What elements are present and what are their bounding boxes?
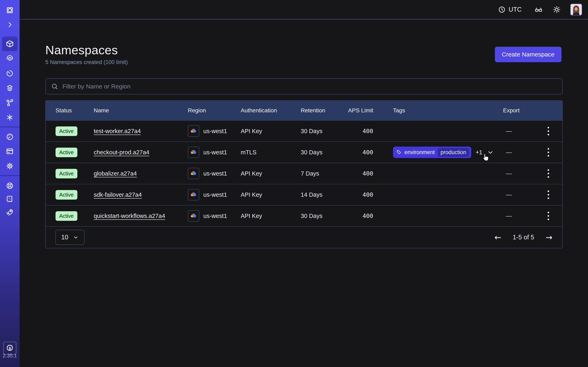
row-menu-kebab-icon[interactable] <box>544 189 553 200</box>
table-header-row: Status Name Region Authentication Retent… <box>46 101 562 120</box>
tag-pill[interactable]: environment production <box>393 147 471 158</box>
sidebar-item-settings-gear-icon[interactable] <box>0 159 20 173</box>
sidebar-item-insights-icon[interactable] <box>0 51 20 66</box>
filter-input[interactable] <box>62 83 557 90</box>
sidebar-item-deployments-layers-icon[interactable] <box>0 81 20 95</box>
region-label: us-west1 <box>203 213 227 219</box>
retention-cell: 30 Days <box>301 149 344 156</box>
app-version: 2.35.1 <box>0 353 20 359</box>
col-header-authentication: Authentication <box>241 107 301 114</box>
namespace-link[interactable]: sdk-failover.a27a4 <box>94 192 142 198</box>
sidebar-item-support-lifebuoy-icon[interactable] <box>0 178 20 193</box>
pagination: ← 1-5 of 5 → <box>494 233 553 242</box>
sidebar-item-nexus-branch-icon[interactable] <box>0 95 20 110</box>
tag-more-count: +1 <box>476 149 483 156</box>
sidebar-item-asterisk-icon[interactable] <box>0 110 20 125</box>
row-menu-kebab-icon[interactable] <box>544 147 553 158</box>
row-menu-kebab-icon[interactable] <box>544 210 553 222</box>
col-header-retention: Retention <box>301 107 344 114</box>
timezone-selector[interactable]: UTC <box>498 6 522 13</box>
retention-cell: 7 Days <box>301 170 344 177</box>
tag-icon <box>396 150 402 155</box>
sidebar-item-namespaces-cube-icon[interactable] <box>0 36 20 51</box>
sidebar: $ 2.35.1 <box>0 0 20 367</box>
temporal-logo[interactable] <box>0 3 20 17</box>
chevron-down-icon <box>73 234 79 240</box>
tag-value: production <box>438 148 469 157</box>
gcp-icon <box>188 189 199 200</box>
region-label: us-west1 <box>203 149 227 156</box>
retention-cell: 14 Days <box>301 192 344 198</box>
table-row: Active sdk-failover.a27a4 us-west1 API K… <box>46 184 562 205</box>
namespace-link[interactable]: checkout-prod.a27a4 <box>94 149 149 156</box>
clock-icon <box>498 6 506 13</box>
row-menu-kebab-icon[interactable] <box>544 125 553 137</box>
retention-cell: 30 Days <box>301 128 344 134</box>
aps-limit-cell: 400 <box>344 212 373 219</box>
table-row: Active checkout-prod.a27a4 us-west1 mTLS… <box>46 142 562 163</box>
sidebar-item-getting-started-rocket-icon[interactable] <box>0 205 20 220</box>
sidebar-item-retention-timer-icon[interactable] <box>0 66 20 81</box>
sidebar-expand-chevron-right-icon[interactable] <box>0 17 20 32</box>
status-badge: Active <box>56 190 77 200</box>
aps-limit-cell: 400 <box>344 170 373 177</box>
page-size-select[interactable]: 10 <box>56 230 85 245</box>
namespace-link[interactable]: test-worker.a27a4 <box>94 128 141 134</box>
status-badge: Active <box>56 148 77 157</box>
region-label: us-west1 <box>203 170 227 177</box>
namespace-link[interactable]: quickstart-workflows.a27a4 <box>94 213 165 219</box>
export-value: — <box>503 192 512 198</box>
sidebar-divider <box>0 127 20 127</box>
row-menu-kebab-icon[interactable] <box>544 168 553 179</box>
tags-cell: environment production +1 <box>393 147 503 158</box>
gcp-icon <box>188 210 199 222</box>
region-label: us-west1 <box>203 192 227 198</box>
table-row: Active quickstart-workflows.a27a4 us-wes… <box>46 205 562 226</box>
export-value: — <box>503 149 512 156</box>
table-footer: 10 ← 1-5 of 5 → <box>46 226 562 248</box>
pagination-range: 1-5 of 5 <box>513 234 534 241</box>
previous-page-arrow-left-icon[interactable]: ← <box>494 233 502 242</box>
status-badge: Active <box>56 211 77 221</box>
col-header-name: Name <box>94 107 188 114</box>
table-row: Active test-worker.a27a4 us-west1 API Ke… <box>46 120 562 142</box>
tags-expand-chevron-down-icon[interactable] <box>487 149 494 156</box>
aps-limit-cell: 400 <box>344 128 373 134</box>
sidebar-item-docs-book-sparkles-icon[interactable] <box>0 192 20 206</box>
tag-key: environment <box>405 149 435 156</box>
status-badge: Active <box>56 126 77 136</box>
region-label: us-west1 <box>203 128 227 134</box>
retention-cell: 30 Days <box>301 213 344 219</box>
auth-cell: API Key <box>241 213 301 219</box>
gcp-icon <box>188 125 199 137</box>
auth-cell: mTLS <box>241 149 301 156</box>
sidebar-item-usage-gauge-icon[interactable] <box>0 129 20 144</box>
page-subtitle: 5 Namespaces created (100 limit) <box>45 59 562 66</box>
create-namespace-button[interactable]: Create Namespace <box>495 47 562 62</box>
export-value: — <box>503 170 512 177</box>
next-page-arrow-right-icon[interactable]: → <box>545 233 553 242</box>
status-badge: Active <box>56 169 77 178</box>
table-row: Active globalizer.a27a4 us-west1 API Key… <box>46 163 562 184</box>
sidebar-item-billing-card-icon[interactable] <box>0 144 20 159</box>
auth-cell: API Key <box>241 128 301 134</box>
col-header-tags: Tags <box>373 107 503 114</box>
user-avatar[interactable] <box>570 4 582 16</box>
sidebar-divider <box>0 175 20 176</box>
col-header-status: Status <box>56 107 94 114</box>
aps-limit-cell: 400 <box>344 149 373 156</box>
page-size-value: 10 <box>61 234 68 241</box>
auth-cell: API Key <box>241 170 301 177</box>
export-value: — <box>503 128 512 134</box>
theme-toggle-sun-icon[interactable] <box>553 6 561 14</box>
page-title: Namespaces <box>45 43 562 57</box>
col-header-aps-limit: APS Limit <box>344 107 373 114</box>
filter-bar <box>45 78 563 94</box>
timezone-label: UTC <box>509 6 522 13</box>
col-header-export: Export <box>503 107 553 114</box>
namespace-link[interactable]: globalizer.a27a4 <box>94 170 137 177</box>
glasses-icon[interactable] <box>534 5 543 14</box>
auth-cell: API Key <box>241 192 301 198</box>
col-header-region: Region <box>188 107 241 114</box>
aps-limit-cell: 400 <box>344 191 373 198</box>
